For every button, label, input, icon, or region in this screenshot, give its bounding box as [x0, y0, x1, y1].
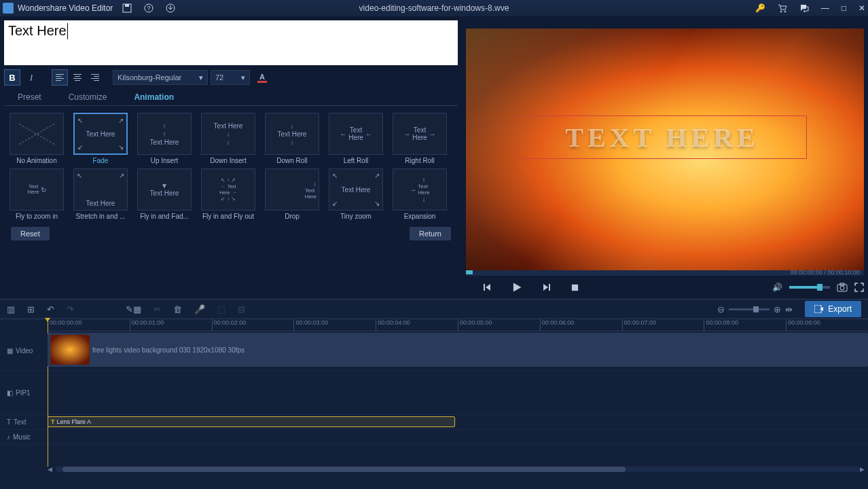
download-icon[interactable] — [166, 3, 175, 13]
volume-slider[interactable] — [789, 286, 830, 289]
timeline-toolbar: ▥ ⊞ ↶ ↷ ✎▦ ✂ 🗑 🎤 ⬚ ⊟ ⊖ ⊕ ⇹ Export — [0, 299, 868, 319]
font-color-button[interactable]: A — [257, 70, 268, 85]
text-editor-panel: Text Here B I Kilsonburg-Regular▾ 72▾ A … — [0, 16, 462, 299]
font-select[interactable]: Kilsonburg-Regular▾ — [113, 70, 208, 85]
preview-text-overlay[interactable]: TEXT HERE — [518, 115, 807, 159]
undo-icon[interactable]: ↶ — [47, 304, 54, 314]
edit-icon[interactable]: ✎▦ — [126, 304, 141, 314]
timeline-scrollbar[interactable]: ◀ ▶ — [48, 465, 868, 473]
cart-icon[interactable] — [778, 3, 787, 13]
voiceover-icon[interactable]: 🎤 — [194, 304, 205, 314]
help-icon[interactable]: ? — [144, 3, 153, 13]
key-icon[interactable]: 🔑 — [755, 3, 765, 13]
tl-mode2-icon[interactable]: ⊞ — [27, 304, 35, 314]
track-video[interactable]: ▦Video free lights video background 030 … — [0, 331, 868, 371]
stop-button[interactable] — [571, 283, 579, 292]
chevron-down-icon: ▾ — [241, 73, 245, 82]
chat-icon[interactable] — [799, 3, 809, 13]
anim-no-animation[interactable]: No Animation — [7, 113, 67, 164]
italic-button[interactable]: I — [23, 69, 39, 86]
tab-customize[interactable]: Customize — [55, 90, 121, 105]
text-clip[interactable]: TLens Flare A — [48, 416, 455, 427]
app-logo-icon — [3, 3, 14, 14]
zoom-slider[interactable] — [729, 308, 770, 310]
chevron-down-icon: ▾ — [199, 73, 203, 82]
font-size-select[interactable]: 72▾ — [211, 70, 250, 85]
text-input-value: Text Here — [8, 23, 67, 38]
timeline-area: ▥ ⊞ ↶ ↷ ✎▦ ✂ 🗑 🎤 ⬚ ⊟ ⊖ ⊕ ⇹ Export 00:00:… — [0, 299, 868, 489]
anim-tiny-zoom[interactable]: ↖↗Text Here↙↘ Tiny zoom — [326, 168, 386, 220]
anim-down-insert[interactable]: Text Here↓↓ Down Insert — [198, 113, 258, 164]
video-clip[interactable]: free lights video background 030 1920x10… — [48, 333, 868, 367]
anim-flyin-fade[interactable]: ▼Text Here Fly in and Fad... — [134, 168, 194, 220]
timeline-ruler[interactable]: 00:00:00:00 00:00:01:00 00:00:02:00 00:0… — [48, 319, 868, 331]
crop-icon[interactable]: ⬚ — [217, 304, 225, 314]
fullscreen-button[interactable] — [854, 283, 864, 292]
align-center-button[interactable] — [69, 69, 86, 86]
text-track-icon: T — [7, 418, 11, 426]
minimize-button[interactable]: — — [821, 3, 829, 13]
player-controls: 🔊 — [462, 276, 868, 299]
export-button[interactable]: Export — [805, 301, 861, 317]
editor-tabs: Preset Customize Animation — [4, 90, 458, 106]
anim-fade[interactable]: ↖↗Text Here↙↘ Fade — [71, 113, 130, 164]
redo-icon[interactable]: ↷ — [67, 304, 74, 314]
align-right-button[interactable] — [87, 69, 103, 86]
zoom-out-icon[interactable]: ⊖ — [717, 304, 725, 314]
play-button[interactable] — [511, 281, 523, 293]
track-music[interactable]: ♪Music — [0, 430, 868, 445]
anim-up-insert[interactable]: ↑↑Text Here Up Insert — [134, 113, 194, 164]
svg-point-5 — [780, 11, 782, 12]
anim-fly-zoom[interactable]: TextHere↻ Fly to zoom in — [7, 168, 67, 220]
svg-point-11 — [840, 286, 844, 290]
delete-icon[interactable]: 🗑 — [173, 304, 182, 314]
snapshot-button[interactable] — [837, 283, 848, 292]
text-input[interactable]: Text Here — [4, 20, 458, 65]
zoom-fit-icon[interactable]: ⇹ — [785, 304, 793, 314]
anim-left-roll[interactable]: ←TextHere← Left Roll — [326, 113, 386, 164]
svg-rect-1 — [125, 4, 129, 7]
anim-drop[interactable]: ↓TextHere Drop — [262, 168, 322, 220]
svg-rect-8 — [549, 284, 550, 291]
title-bar: Wondershare Video Editor ? video-editing… — [0, 0, 868, 16]
cut-icon[interactable]: ✂ — [153, 304, 161, 314]
tab-preset[interactable]: Preset — [4, 90, 55, 105]
scroll-right-icon[interactable]: ▶ — [860, 466, 868, 473]
anim-right-roll[interactable]: →TextHere→ Right Roll — [390, 113, 450, 164]
bold-button[interactable]: B — [4, 69, 20, 86]
reset-button[interactable]: Reset — [11, 227, 50, 240]
anim-expansion[interactable]: →↑TextHere↓ Expansion — [390, 168, 450, 220]
svg-point-6 — [784, 11, 786, 12]
align-left-button[interactable] — [52, 69, 68, 86]
music-track-icon: ♪ — [7, 433, 10, 441]
track-pip[interactable]: ◧PIP1 — [0, 371, 868, 415]
svg-rect-13 — [814, 305, 821, 313]
app-name: Wondershare Video Editor — [18, 3, 113, 13]
next-frame-button[interactable] — [542, 283, 551, 292]
save-icon[interactable] — [122, 3, 132, 13]
preview-panel: TEXT HERE 00:00:00:00 / 00:00:10:00 🔊 — [462, 16, 868, 299]
volume-icon[interactable]: 🔊 — [772, 283, 782, 292]
player-progress-bar[interactable]: 00:00:00:00 / 00:00:10:00 — [466, 270, 864, 276]
animation-grid: No Animation ↖↗Text Here↙↘ Fade ↑↑Text H… — [4, 106, 458, 227]
anim-stretch[interactable]: ↖↗Text Here Stretch in and ... — [71, 168, 130, 220]
tab-animation[interactable]: Animation — [120, 90, 187, 105]
prev-frame-button[interactable] — [482, 283, 492, 292]
anim-flyin-flyout[interactable]: ↖ ↑ ↗← TextHere →↙ ↓ ↘ Fly in and Fly ou… — [198, 168, 258, 220]
close-button[interactable]: ✕ — [858, 3, 865, 13]
track-text[interactable]: TText TLens Flare A — [0, 415, 868, 430]
svg-rect-9 — [572, 284, 578, 290]
anim-down-roll[interactable]: ↓Text Here↓ Down Roll — [262, 113, 322, 164]
video-track-icon: ▦ — [7, 347, 13, 355]
tl-mode1-icon[interactable]: ▥ — [7, 304, 15, 314]
pip-track-icon: ◧ — [7, 389, 13, 397]
maximize-button[interactable]: □ — [842, 3, 846, 13]
return-button[interactable]: Return — [410, 227, 451, 240]
zoom-in-icon[interactable]: ⊕ — [774, 304, 781, 314]
svg-rect-7 — [484, 284, 485, 291]
video-preview[interactable]: TEXT HERE — [466, 29, 864, 270]
zoom-control: ⊖ ⊕ ⇹ — [717, 304, 793, 314]
detach-icon[interactable]: ⊟ — [238, 304, 245, 314]
scroll-left-icon[interactable]: ◀ — [48, 466, 56, 473]
svg-text:?: ? — [147, 5, 151, 12]
